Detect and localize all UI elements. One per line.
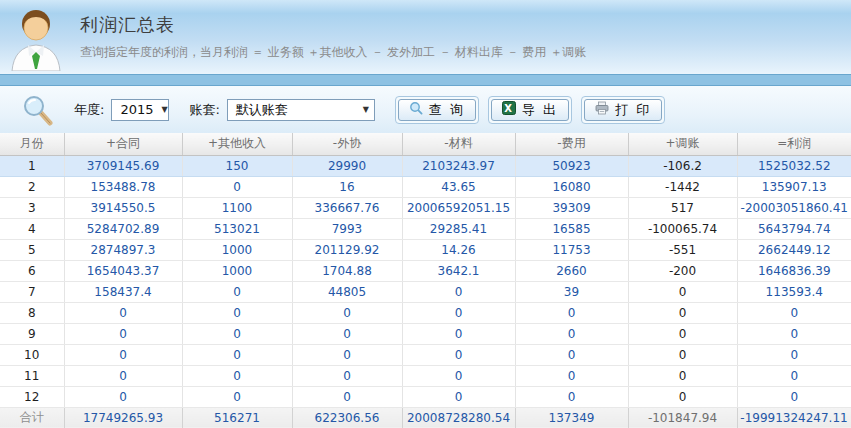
query-button[interactable]: 查 询 — [398, 99, 476, 121]
table-cell: 0 — [515, 323, 628, 344]
printer-icon — [595, 101, 609, 118]
table-row[interactable]: 7158437.40448050390113593.4 — [0, 281, 851, 302]
table-cell: 0 — [402, 365, 515, 386]
table-cell: 0 — [182, 365, 292, 386]
table-cell: 5284702.89 — [64, 218, 182, 239]
table-cell: 0 — [64, 302, 182, 323]
table-cell: 0 — [64, 386, 182, 407]
column-header[interactable]: +调账 — [628, 133, 737, 155]
table-cell: 11753 — [515, 239, 628, 260]
table-cell: 158437.4 — [64, 281, 182, 302]
export-button-label: 导 出 — [522, 101, 558, 119]
table-row[interactable]: 61654043.3710001704.883642.12660-2001646… — [0, 260, 851, 281]
account-select[interactable]: 默认账套 ▼ — [227, 99, 375, 121]
table-row[interactable]: 90000000 — [0, 323, 851, 344]
column-header[interactable]: =利润 — [737, 133, 851, 155]
table-cell: 0 — [737, 302, 851, 323]
table-cell: -551 — [628, 239, 737, 260]
table-cell: 0 — [515, 386, 628, 407]
table-cell: 137349 — [515, 407, 628, 428]
year-select[interactable]: 2015 ▼ — [111, 99, 169, 121]
table-cell: -106.2 — [628, 155, 737, 176]
table-cell: -20003051860.41 — [737, 197, 851, 218]
table-cell: 合计 — [0, 407, 64, 428]
column-header[interactable]: +其他收入 — [182, 133, 292, 155]
table-cell: 1646836.39 — [737, 260, 851, 281]
search-icon — [409, 101, 423, 118]
table-cell: 153488.78 — [64, 176, 182, 197]
table-cell: 1 — [0, 155, 64, 176]
table-cell: 0 — [64, 323, 182, 344]
table-cell: 0 — [628, 323, 737, 344]
table-cell: 3914550.5 — [64, 197, 182, 218]
column-header[interactable]: -外协 — [292, 133, 402, 155]
table-cell: 7 — [0, 281, 64, 302]
table-cell: 0 — [402, 344, 515, 365]
account-label: 账套: — [189, 101, 219, 119]
table-cell: 0 — [737, 344, 851, 365]
table-row[interactable]: 45284702.89513021799329285.4116585-10006… — [0, 218, 851, 239]
print-button[interactable]: 打 印 — [584, 99, 662, 121]
table-cell: 0 — [292, 302, 402, 323]
table-cell: 1100 — [182, 197, 292, 218]
page-title: 利润汇总表 — [80, 13, 586, 37]
table-cell: 0 — [737, 386, 851, 407]
table-cell: 17749265.93 — [64, 407, 182, 428]
table-cell: 516271 — [182, 407, 292, 428]
table-cell: 5 — [0, 239, 64, 260]
table-cell: 2660 — [515, 260, 628, 281]
table-cell: 0 — [402, 302, 515, 323]
table-cell: 0 — [515, 365, 628, 386]
table-cell: 3709145.69 — [64, 155, 182, 176]
table-cell: 16080 — [515, 176, 628, 197]
header-separator — [0, 74, 851, 86]
table-cell: 0 — [628, 344, 737, 365]
table-row[interactable]: 33914550.51100336667.7620006592051.15393… — [0, 197, 851, 218]
table-cell: 135907.13 — [737, 176, 851, 197]
table-row[interactable]: 100000000 — [0, 344, 851, 365]
table-cell: 2662449.12 — [737, 239, 851, 260]
excel-icon: X — [502, 101, 516, 118]
table-cell: 0 — [515, 302, 628, 323]
table-cell: 0 — [292, 323, 402, 344]
column-header[interactable]: 月份 — [0, 133, 64, 155]
table-cell: 0 — [628, 365, 737, 386]
table-row[interactable]: 110000000 — [0, 365, 851, 386]
table-cell: -101847.94 — [628, 407, 737, 428]
table-cell: 0 — [737, 365, 851, 386]
table-cell: 4 — [0, 218, 64, 239]
table-row[interactable]: 120000000 — [0, 386, 851, 407]
table-cell: -1442 — [628, 176, 737, 197]
table-cell: -19991324247.11 — [737, 407, 851, 428]
table-row[interactable]: 2153488.7801643.6516080-1442135907.13 — [0, 176, 851, 197]
column-header[interactable]: -费用 — [515, 133, 628, 155]
column-header[interactable]: -材料 — [402, 133, 515, 155]
table-cell: 0 — [402, 281, 515, 302]
table-cell: 0 — [628, 302, 737, 323]
table-cell: 0 — [182, 386, 292, 407]
year-select-value: 2015 — [120, 102, 153, 117]
query-button-label: 查 询 — [429, 101, 465, 119]
table-cell: -200 — [628, 260, 737, 281]
table-row[interactable]: 13709145.69150299902103243.9750923-106.2… — [0, 155, 851, 176]
table-cell: 0 — [64, 365, 182, 386]
table-cell: 336667.76 — [292, 197, 402, 218]
table-cell: 50923 — [515, 155, 628, 176]
table-row[interactable]: 52874897.31000201129.9214.2611753-551266… — [0, 239, 851, 260]
export-button[interactable]: X 导 出 — [491, 99, 569, 121]
table-cell: 0 — [182, 344, 292, 365]
table-row[interactable]: 80000000 — [0, 302, 851, 323]
table-cell: 0 — [182, 281, 292, 302]
table-cell: 29285.41 — [402, 218, 515, 239]
chevron-down-icon: ▼ — [363, 105, 369, 114]
table-cell: 113593.4 — [737, 281, 851, 302]
table-cell: 201129.92 — [292, 239, 402, 260]
table-cell: -100065.74 — [628, 218, 737, 239]
table-cell: 3 — [0, 197, 64, 218]
table-cell: 39 — [515, 281, 628, 302]
table-cell: 150 — [182, 155, 292, 176]
table-cell: 11 — [0, 365, 64, 386]
magnifier-icon — [22, 94, 54, 126]
column-header[interactable]: +合同 — [64, 133, 182, 155]
table-cell: 43.65 — [402, 176, 515, 197]
